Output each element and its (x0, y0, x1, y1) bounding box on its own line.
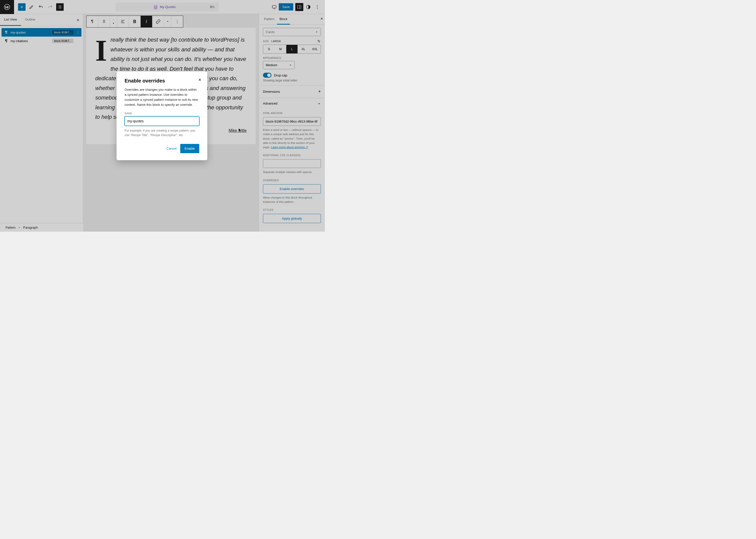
name-input[interactable] (124, 116, 199, 126)
cancel-button[interactable]: Cancel (167, 147, 177, 150)
modal-title: Enable overrides (124, 78, 199, 84)
close-icon[interactable]: × (198, 77, 201, 83)
name-label: Name (124, 112, 199, 115)
modal-description: Overrides are changes you make to a bloc… (124, 87, 199, 108)
enable-button[interactable]: Enable (180, 144, 199, 153)
cursor-icon (238, 128, 242, 132)
enable-overrides-modal: Enable overrides × Overrides are changes… (116, 71, 207, 160)
modal-hint: For example, if you are creating a recip… (124, 128, 199, 137)
